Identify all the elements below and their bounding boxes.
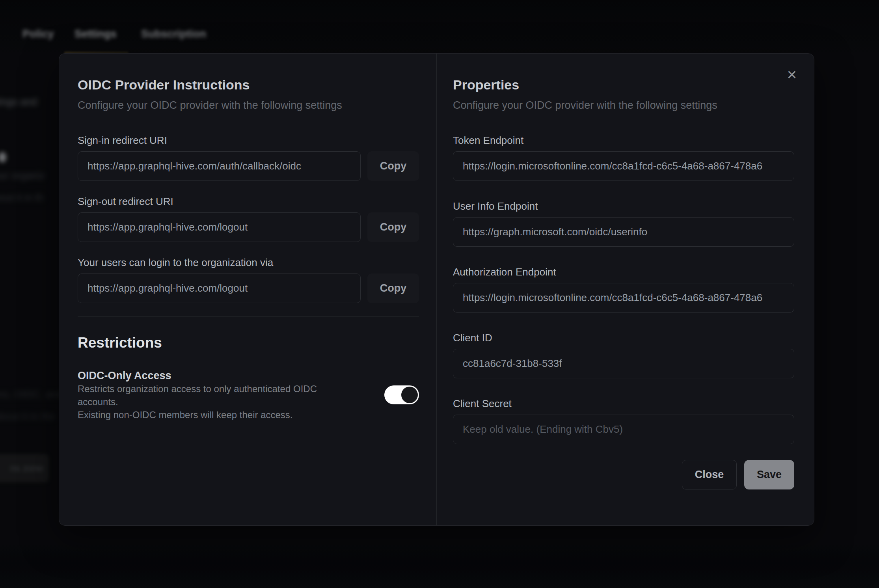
login-via-row: Copy <box>78 274 419 303</box>
properties-column: Properties Configure your OIDC provider … <box>436 54 814 525</box>
copy-sign-out-uri-button[interactable]: Copy <box>367 212 419 242</box>
sign-out-redirect-uri-input[interactable] <box>78 212 361 242</box>
token-endpoint-label: Token Endpoint <box>453 134 794 147</box>
client-secret-input[interactable] <box>453 415 794 444</box>
authorization-endpoint-label: Authorization Endpoint <box>453 266 794 278</box>
screen: Policy Settings Subscription ttings and … <box>0 0 879 588</box>
toggle-knob <box>401 387 418 403</box>
sign-out-redirect-uri-label: Sign-out redirect URI <box>78 195 419 208</box>
client-id-row <box>453 349 794 378</box>
sign-in-redirect-uri-label: Sign-in redirect URI <box>78 134 419 147</box>
sign-in-redirect-uri-input[interactable] <box>78 151 361 181</box>
client-id-label: Client ID <box>453 331 794 344</box>
copy-sign-in-uri-button[interactable]: Copy <box>367 151 419 181</box>
oidc-settings-dialog: ✕ OIDC Provider Instructions Configure y… <box>59 53 814 526</box>
section-divider <box>78 316 419 317</box>
instructions-subtitle: Configure your OIDC provider with the fo… <box>78 99 419 112</box>
oidc-only-access-row: OIDC-Only Access Restricts organization … <box>78 369 419 421</box>
description-line-1: Restricts organization access to only au… <box>78 383 317 407</box>
login-via-input[interactable] <box>78 274 361 303</box>
restrictions-title: Restrictions <box>78 334 419 352</box>
description-line-2: Existing non-OIDC members will keep thei… <box>78 409 293 420</box>
oidc-only-access-toggle[interactable] <box>384 385 419 404</box>
user-info-endpoint-label: User Info Endpoint <box>453 200 794 212</box>
sign-out-redirect-uri-row: Copy <box>78 212 419 242</box>
authorization-endpoint-input[interactable] <box>453 283 794 313</box>
user-info-endpoint-row <box>453 217 794 247</box>
instructions-title: OIDC Provider Instructions <box>78 76 419 93</box>
properties-subtitle: Configure your OIDC provider with the fo… <box>453 99 794 112</box>
token-endpoint-row <box>453 151 794 181</box>
client-id-input[interactable] <box>453 349 794 378</box>
properties-title: Properties <box>453 76 794 93</box>
authorization-endpoint-row <box>453 283 794 313</box>
oidc-only-access-description: Restricts organization access to only au… <box>78 382 350 421</box>
dialog-footer: Close Save <box>453 460 794 489</box>
oidc-only-access-label: OIDC-Only Access <box>78 369 419 382</box>
token-endpoint-input[interactable] <box>453 151 794 181</box>
user-info-endpoint-input[interactable] <box>453 217 794 247</box>
client-secret-row <box>453 415 794 444</box>
login-via-label: Your users can login to the organization… <box>78 256 419 269</box>
client-secret-label: Client Secret <box>453 397 794 410</box>
instructions-column: OIDC Provider Instructions Configure you… <box>59 54 436 525</box>
close-button[interactable]: Close <box>682 460 737 489</box>
copy-login-via-button[interactable]: Copy <box>367 274 419 303</box>
sign-in-redirect-uri-row: Copy <box>78 151 419 181</box>
save-button[interactable]: Save <box>744 460 794 489</box>
